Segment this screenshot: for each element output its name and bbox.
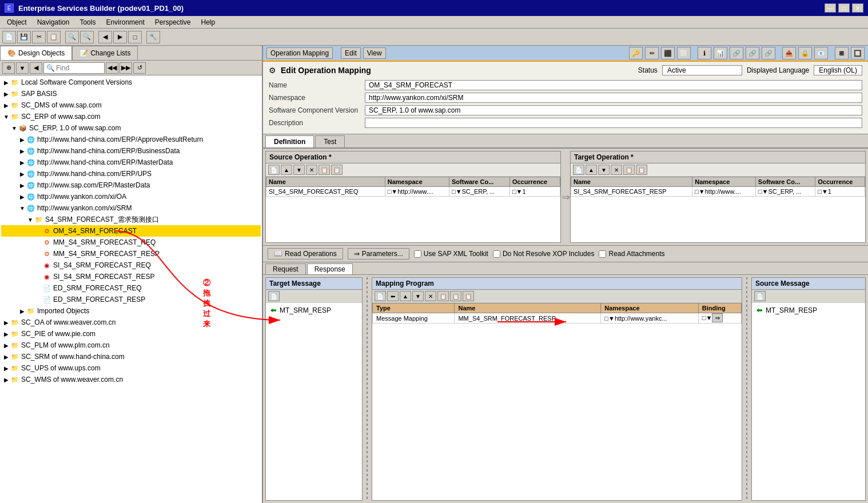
- expand-si-resp[interactable]: [34, 273, 42, 281]
- toolbar-btn-8[interactable]: 🔧: [146, 31, 160, 43]
- tree-item-s4-srm-folder[interactable]: ▼ 📁 S4_SRM_FORECAST_需求预测接口: [1, 214, 261, 225]
- expand-imported[interactable]: ▶: [18, 307, 26, 315]
- checkbox-sap-xml-input[interactable]: [414, 250, 421, 258]
- tree-item-si-resp[interactable]: ◉ SI_S4_SRM_FORECAST_RESP: [1, 271, 261, 282]
- edit-btn[interactable]: Edit: [341, 47, 361, 59]
- tree-item-sc-plm[interactable]: ▶ 📁 SC_PLM of www.plm.com.cn: [1, 340, 261, 351]
- expand-ns-srm[interactable]: ▼: [18, 204, 26, 212]
- read-ops-btn[interactable]: 📖 Read Operations: [268, 248, 343, 260]
- expand-sc-dms[interactable]: ▶: [2, 101, 10, 109]
- mapping-prog-row[interactable]: Message Mapping MM_S4_SRM_FORECAST_RESP …: [373, 313, 742, 324]
- checkbox-xop-input[interactable]: [493, 250, 500, 258]
- src-op-btn-6[interactable]: 📋: [331, 165, 343, 175]
- tree-item-ns-ups[interactable]: ▶ 🌐 http://www.hand-china.com/ERP/UPS: [1, 168, 261, 179]
- rt-icon-btn-7[interactable]: 🔗: [730, 47, 743, 59]
- rt-icon-btn-3[interactable]: ⬛: [661, 47, 675, 59]
- tree-item-sc-dms[interactable]: ▶ 📁 SC_DMS of www.sap.com: [1, 99, 261, 111]
- toolbar-nav-fwd[interactable]: ▶: [113, 31, 127, 43]
- tree-btn-expand-all[interactable]: ⊕: [2, 62, 15, 74]
- mp-btn-5[interactable]: ✕: [425, 291, 436, 301]
- src-op-btn-2[interactable]: ▲: [281, 165, 292, 175]
- tree-item-ed-req[interactable]: 📄 ED_SRM_FORECAST_REQ: [1, 282, 261, 294]
- rt-icon-btn-11[interactable]: 🔒: [798, 47, 812, 59]
- checkbox-xop[interactable]: Do Not Resolve XOP Includes: [493, 250, 595, 258]
- expand-sc-erp-1[interactable]: ▼: [10, 124, 18, 132]
- rt-icon-btn-12[interactable]: 📧: [814, 47, 828, 59]
- expand-sap-basis[interactable]: ▶: [2, 90, 10, 98]
- close-btn[interactable]: ✕: [852, 3, 863, 13]
- expand-sc-plm[interactable]: ▶: [2, 341, 10, 349]
- tgt-op-btn-2[interactable]: ▲: [586, 165, 597, 175]
- tree-item-ns-business[interactable]: ▶ 🌐 http://www.hand-china.com/ERP/Busine…: [1, 145, 261, 157]
- tree-item-sc-pie[interactable]: ▶ 📁 SC_PIE of www.pie.com: [1, 328, 261, 340]
- tree-item-ed-resp[interactable]: 📄 ED_SRM_FORECAST_RESP: [1, 294, 261, 305]
- tab-change-lists[interactable]: 📝 Change Lists: [72, 46, 138, 60]
- tree-item-ns-srm[interactable]: ▼ 🌐 http://www.yankon.com/xi/SRM: [1, 202, 261, 214]
- tree-item-ns-masterdata2[interactable]: ▶ 🌐 http://www.sap.com/ERP/MasterData: [1, 179, 261, 191]
- toolbar-btn-7[interactable]: □: [128, 31, 142, 43]
- tree-item-sc-wms[interactable]: ▶ 📁 SC_WMS of www.weaver.com.cn: [1, 374, 261, 385]
- tgt-op-btn-6[interactable]: 📋: [636, 165, 647, 175]
- toolbar-btn-2[interactable]: 💾: [17, 31, 31, 43]
- toolbar-btn-3[interactable]: ✂: [32, 31, 46, 43]
- tree-item-sap-basis[interactable]: ▶ 📁 SAP BASIS: [1, 88, 261, 99]
- tree-item-imported[interactable]: ▶ 📁 Imported Objects: [1, 305, 261, 317]
- tree-btn-filter[interactable]: ▼: [16, 62, 29, 74]
- op-mapping-btn[interactable]: Operation Mapping: [266, 47, 333, 59]
- tgt-op-btn-5[interactable]: 📋: [623, 165, 635, 175]
- expand-si-req[interactable]: [34, 261, 42, 269]
- tgt-msg-btn-1[interactable]: 📄: [268, 291, 280, 301]
- src-op-btn-1[interactable]: 📄: [268, 165, 280, 175]
- mp-btn-4[interactable]: ▼: [412, 291, 424, 301]
- src-op-btn-3[interactable]: ▼: [293, 165, 305, 175]
- params-btn[interactable]: ⇒ Parameters...: [348, 248, 409, 260]
- tab-test[interactable]: Test: [315, 135, 345, 147]
- view-btn[interactable]: View: [363, 47, 386, 59]
- binding-btn[interactable]: ⇒: [712, 313, 723, 322]
- expand-mm-req[interactable]: [34, 238, 42, 246]
- tree-item-om-s4[interactable]: ⚙ OM_S4_SRM_FORECAST: [1, 225, 261, 237]
- expand-mm-resp[interactable]: [34, 250, 42, 258]
- expand-s4-srm[interactable]: ▼: [26, 215, 34, 223]
- expand-sc-pie[interactable]: ▶: [2, 330, 10, 338]
- expand-ns-ups[interactable]: ▶: [18, 170, 26, 178]
- target-op-row[interactable]: SI_S4_SRM_FORECAST_RESP □▼http://www....…: [571, 187, 865, 197]
- checkbox-attachments[interactable]: Read Attachments: [599, 250, 664, 258]
- menu-object[interactable]: Object: [2, 17, 31, 27]
- expand-sc-oa[interactable]: ▶: [2, 318, 10, 326]
- rt-icon-btn-4[interactable]: ⬜: [677, 47, 691, 59]
- desc-value[interactable]: [365, 118, 862, 128]
- tree-item-si-req[interactable]: ◉ SI_S4_SRM_FORECAST_REQ: [1, 260, 261, 271]
- expand-ed-req[interactable]: [34, 284, 42, 292]
- toolbar-btn-4[interactable]: 📋: [47, 31, 61, 43]
- expand-ns-oa[interactable]: ▶: [18, 193, 26, 201]
- tree-item-ns-master[interactable]: ▶ 🌐 http://www.hand-china.com/ERP/Master…: [1, 157, 261, 168]
- menu-help[interactable]: Help: [196, 17, 220, 27]
- expand-ns-master[interactable]: ▶: [18, 158, 26, 166]
- rt-icon-btn-1[interactable]: 🔑: [629, 47, 643, 59]
- rt-icon-btn-13[interactable]: 🔳: [835, 47, 849, 59]
- expand-sc-wms[interactable]: ▶: [2, 376, 10, 384]
- expand-sc-ups[interactable]: ▶: [2, 364, 10, 372]
- tab-design-objects[interactable]: 🎨 Design Objects: [0, 46, 72, 60]
- expand-ns-approve[interactable]: ▶: [18, 135, 26, 143]
- checkbox-attach-input[interactable]: [599, 250, 606, 258]
- tree-btn-refresh[interactable]: ↺: [133, 62, 146, 74]
- source-op-row[interactable]: SI_S4_SRM_FORECAST_REQ □▼http://www.... …: [266, 187, 560, 197]
- tgt-op-btn-1[interactable]: 📄: [573, 165, 584, 175]
- rt-icon-btn-14[interactable]: 🔲: [851, 47, 865, 59]
- toolbar-btn-6[interactable]: 🔍: [80, 31, 94, 43]
- minimize-btn[interactable]: —: [825, 3, 836, 13]
- tree-item-local-sw[interactable]: ▶ 📁 Local Software Component Versions: [1, 77, 261, 88]
- expand-local-sw[interactable]: ▶: [2, 78, 10, 86]
- expand-ed-resp[interactable]: [34, 296, 42, 304]
- tree-container[interactable]: ▶ 📁 Local Software Component Versions ▶ …: [0, 75, 262, 503]
- src-op-btn-5[interactable]: 📋: [318, 165, 330, 175]
- rt-icon-btn-2[interactable]: ✏: [645, 47, 659, 59]
- tree-item-sc-ups[interactable]: ▶ 📁 SC_UPS of www.ups.com: [1, 362, 261, 374]
- expand-sc-srm2[interactable]: ▶: [2, 353, 10, 361]
- rt-icon-btn-9[interactable]: 🔗: [762, 47, 775, 59]
- tree-item-mm-req[interactable]: ⚙ MM_S4_SRM_FORECAST_REQ: [1, 237, 261, 248]
- toolbar-nav-back[interactable]: ◀: [98, 31, 112, 43]
- tgt-op-btn-4[interactable]: ✕: [611, 165, 622, 175]
